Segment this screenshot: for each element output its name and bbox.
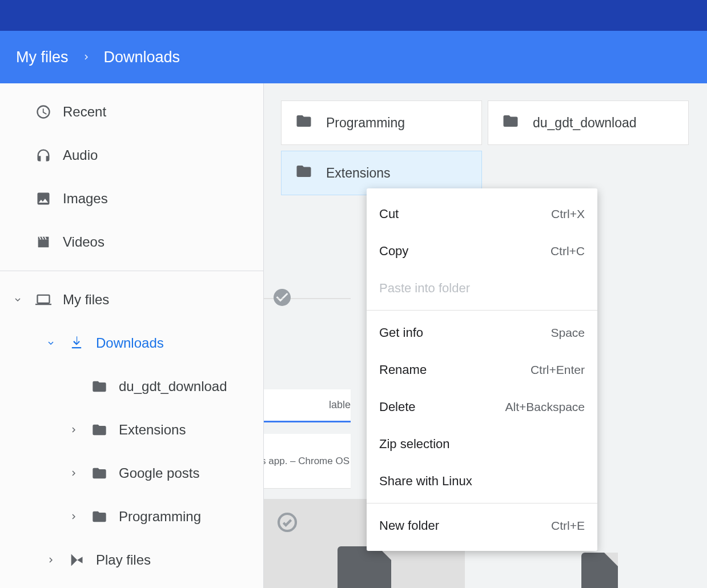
sidebar-item-audio[interactable]: Audio — [0, 134, 263, 177]
context-menu-cut[interactable]: Cut Ctrl+X — [367, 195, 597, 232]
chevron-right-icon — [81, 52, 91, 62]
context-menu-divider — [367, 310, 597, 311]
sidebar-item-playfiles[interactable]: Play files — [0, 538, 263, 582]
folder-icon — [91, 378, 107, 394]
context-menu-shortcut: Space — [551, 326, 585, 340]
sidebar-item-label: du_gdt_download — [119, 378, 227, 394]
sidebar-item-videos[interactable]: Videos — [0, 220, 263, 264]
check-outline-icon — [276, 511, 299, 536]
sidebar-item-label: Downloads — [96, 335, 164, 351]
image-icon — [35, 191, 51, 207]
sidebar-item-folder-extensions[interactable]: Extensions — [0, 408, 263, 452]
breadcrumb-current[interactable]: Downloads — [104, 49, 180, 66]
context-menu-label: Zip selection — [379, 437, 450, 452]
context-menu-label: Delete — [379, 400, 416, 414]
context-menu-share-with-linux[interactable]: Share with Linux — [367, 462, 597, 500]
window-title-bar — [0, 0, 707, 31]
peek-panel — [264, 298, 351, 299]
folder-card-label: Programming — [326, 115, 405, 131]
sidebar-item-folder-googleposts[interactable]: Google posts — [0, 452, 263, 495]
context-menu-label: New folder — [379, 518, 439, 533]
clock-icon — [35, 104, 51, 120]
context-menu-shortcut: Ctrl+Enter — [531, 363, 585, 377]
peek-tab[interactable]: lable — [264, 389, 351, 422]
folder-icon — [295, 163, 312, 183]
sidebar-item-label: Images — [63, 191, 108, 207]
chevron-down-icon[interactable] — [11, 295, 24, 305]
context-menu-label: Paste into folder — [379, 281, 470, 296]
chevron-right-icon[interactable] — [67, 425, 80, 435]
folder-card-programming[interactable]: Programming — [281, 100, 482, 145]
document-icon — [338, 546, 391, 588]
sidebar-item-folder-programming[interactable]: Programming — [0, 495, 263, 538]
sidebar-item-label: Recent — [63, 104, 106, 120]
context-menu-rename[interactable]: Rename Ctrl+Enter — [367, 351, 597, 388]
context-menu-label: Get info — [379, 325, 423, 340]
folder-card-label: du_gdt_download — [533, 115, 637, 131]
context-menu: Cut Ctrl+X Copy Ctrl+C Paste into folder… — [367, 188, 597, 551]
check-icon — [272, 287, 292, 310]
context-menu-new-folder[interactable]: New folder Ctrl+E — [367, 507, 597, 544]
sidebar-item-images[interactable]: Images — [0, 177, 263, 220]
chevron-right-icon[interactable] — [67, 468, 80, 478]
context-menu-shortcut: Alt+Backspace — [505, 400, 585, 414]
context-menu-delete[interactable]: Delete Alt+Backspace — [367, 388, 597, 425]
sidebar-item-label: Audio — [63, 147, 98, 163]
sidebar-item-label: My files — [63, 292, 109, 308]
context-menu-label: Share with Linux — [379, 474, 472, 489]
document-icon — [581, 553, 618, 588]
download-icon — [69, 335, 85, 351]
chevron-right-icon[interactable] — [67, 512, 80, 522]
sidebar-item-label: Programming — [119, 509, 201, 525]
folder-card-dugdt[interactable]: du_gdt_download — [488, 100, 689, 145]
context-menu-label: Copy — [379, 244, 408, 259]
context-menu-copy[interactable]: Copy Ctrl+C — [367, 232, 597, 269]
headphones-icon — [35, 147, 51, 163]
context-menu-shortcut: Ctrl+X — [551, 207, 585, 221]
folder-icon — [91, 465, 107, 481]
laptop-icon — [35, 292, 51, 308]
chevron-down-icon[interactable] — [45, 338, 57, 348]
sidebar-item-label: Play files — [96, 552, 151, 568]
sidebar-item-recent[interactable]: Recent — [0, 90, 263, 134]
sidebar-item-label: Extensions — [119, 422, 186, 438]
sidebar-item-downloads[interactable]: Downloads — [0, 321, 263, 365]
folder-grid: Programming du_gdt_download Extensions — [281, 100, 690, 195]
sidebar-item-myfiles[interactable]: My files — [0, 278, 263, 321]
breadcrumb: My files Downloads — [0, 31, 707, 83]
sidebar-item-folder-dugdt[interactable]: du_gdt_download — [0, 365, 263, 408]
folder-icon — [295, 112, 312, 133]
peek-footer: iles app. – Chrome OS — [264, 434, 351, 489]
sidebar: Recent Audio Images Videos My — [0, 83, 264, 588]
context-menu-label: Rename — [379, 363, 427, 377]
folder-icon — [91, 422, 107, 438]
sidebar-item-label: Videos — [63, 234, 105, 250]
play-icon — [69, 552, 85, 568]
context-menu-shortcut: Ctrl+E — [551, 519, 585, 533]
chevron-right-icon[interactable] — [45, 555, 57, 565]
context-menu-label: Cut — [379, 207, 399, 221]
breadcrumb-root[interactable]: My files — [16, 49, 69, 66]
folder-card-label: Extensions — [326, 166, 391, 181]
context-menu-shortcut: Ctrl+C — [551, 244, 585, 258]
folder-icon — [91, 509, 107, 525]
video-icon — [35, 234, 51, 250]
context-menu-zip-selection[interactable]: Zip selection — [367, 425, 597, 462]
context-menu-get-info[interactable]: Get info Space — [367, 314, 597, 351]
context-menu-paste-into-folder: Paste into folder — [367, 269, 597, 307]
folder-icon — [502, 112, 519, 133]
context-menu-divider — [367, 503, 597, 504]
sidebar-item-label: Google posts — [119, 465, 199, 481]
